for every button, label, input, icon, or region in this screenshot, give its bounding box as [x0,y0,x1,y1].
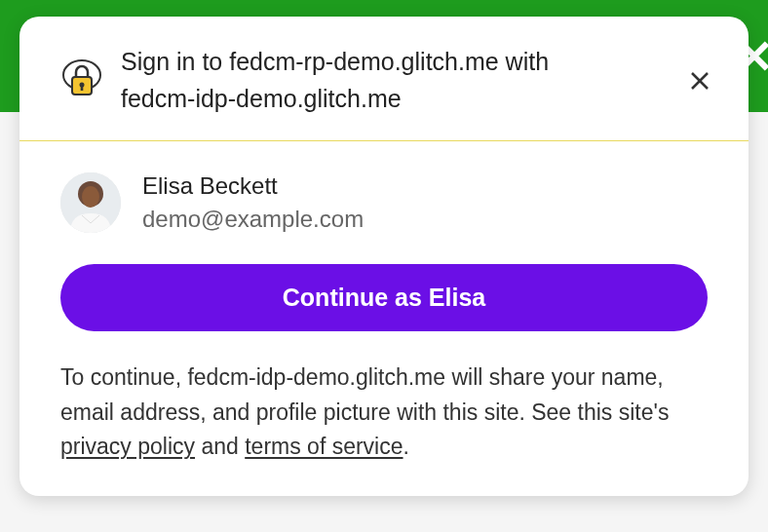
close-button[interactable] [680,61,719,100]
terms-of-service-link[interactable]: terms of service [245,434,403,459]
svg-rect-3 [81,86,84,91]
account-info: Elisa Beckett demo@example.com [142,172,364,233]
fedcm-signin-dialog: Sign in to fedcm-rp-demo.glitch.me with … [19,17,749,496]
dialog-title-line1: Sign in to fedcm-rp-demo.glitch.me with [121,48,549,75]
svg-point-8 [82,186,99,208]
lock-icon [58,57,105,104]
continue-button[interactable]: Continue as Elisa [60,264,708,331]
account-name: Elisa Beckett [142,172,364,200]
dialog-title: Sign in to fedcm-rp-demo.glitch.me with … [121,44,680,117]
disclosure-between: and [195,434,245,459]
disclosure-after: . [403,434,409,459]
disclosure-text: To continue, fedcm-idp-demo.glitch.me wi… [60,361,708,465]
privacy-policy-link[interactable]: privacy policy [60,434,195,459]
account-email: demo@example.com [142,206,364,233]
close-icon [689,70,710,92]
dialog-title-line2: fedcm-idp-demo.glitch.me [121,85,402,112]
account-row[interactable]: Elisa Beckett demo@example.com [60,172,708,233]
disclosure-before: To continue, fedcm-idp-demo.glitch.me wi… [60,364,669,425]
dialog-body: Elisa Beckett demo@example.com Continue … [19,141,749,496]
dialog-header: Sign in to fedcm-rp-demo.glitch.me with … [19,17,749,141]
avatar [60,172,121,233]
